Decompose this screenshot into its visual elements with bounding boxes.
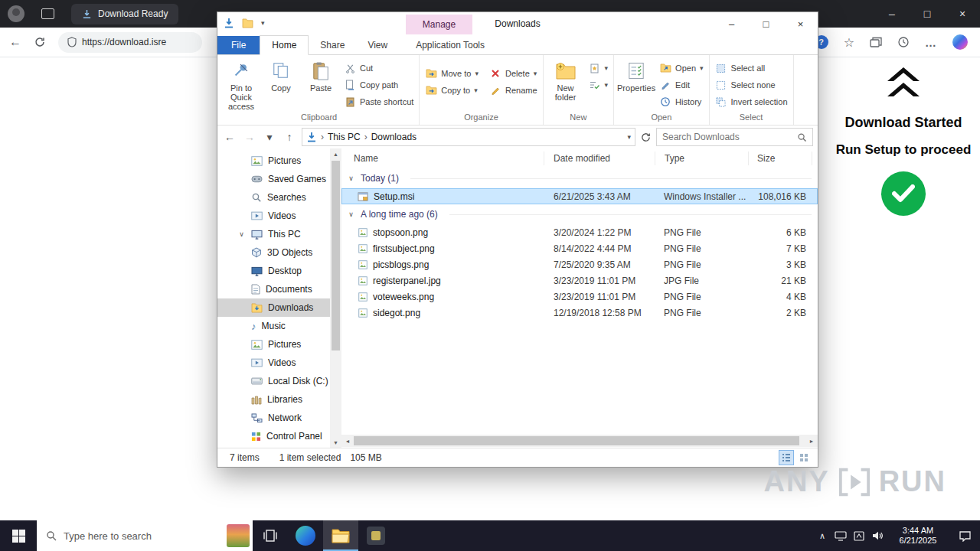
- group-header-today[interactable]: ∨ Today (1): [341, 168, 818, 188]
- favorites-icon[interactable]: ☆: [844, 35, 854, 50]
- nav-forward-button[interactable]: →: [242, 131, 257, 143]
- column-header-size[interactable]: Size: [749, 152, 812, 165]
- sidebar-item-pictures-2[interactable]: Pictures: [217, 335, 330, 354]
- sidebar-item-music[interactable]: ♪ Music: [217, 317, 330, 335]
- refresh-button[interactable]: [640, 132, 652, 143]
- file-row[interactable]: registerpanel.jpg 3/23/2019 11:01 PM JPG…: [341, 272, 818, 289]
- tab-home[interactable]: Home: [260, 35, 309, 55]
- sidebar-item-desktop[interactable]: Desktop: [217, 262, 330, 280]
- history-icon[interactable]: [897, 36, 910, 48]
- pin-to-quick-access-button[interactable]: Pin to Quick access: [221, 57, 261, 111]
- scrollbar-thumb[interactable]: [332, 161, 340, 350]
- horizontal-scrollbar[interactable]: ◄ ►: [341, 435, 818, 447]
- breadcrumb[interactable]: › This PC › Downloads ▾: [302, 128, 635, 146]
- easy-access-button[interactable]: ▾: [586, 77, 612, 93]
- browser-tab[interactable]: Download Ready: [71, 4, 178, 24]
- qat-folder-icon[interactable]: [242, 18, 253, 28]
- scroll-right-arrow[interactable]: ►: [805, 435, 818, 447]
- scroll-up-arrow[interactable]: ▲: [330, 148, 341, 159]
- scrollbar-thumb[interactable]: [354, 436, 799, 445]
- new-item-button[interactable]: ▾: [586, 60, 612, 77]
- profile-avatar[interactable]: [8, 5, 24, 22]
- browser-close-button[interactable]: ×: [945, 0, 980, 28]
- file-row[interactable]: stopsoon.png 3/20/2024 1:22 PM PNG File …: [341, 224, 818, 240]
- volume-tray-icon[interactable]: [868, 520, 887, 551]
- properties-button[interactable]: Properties: [616, 57, 656, 93]
- pinned-app-taskbar-button[interactable]: [358, 520, 394, 551]
- search-highlight-thumbnail[interactable]: [227, 524, 250, 547]
- sidebar-item-downloads[interactable]: Downloads: [217, 298, 330, 317]
- file-row[interactable]: sidegot.png 12/19/2018 12:58 PM PNG File…: [341, 305, 818, 321]
- tab-file[interactable]: File: [217, 36, 260, 54]
- scroll-down-arrow[interactable]: ▼: [330, 437, 341, 448]
- paste-shortcut-button[interactable]: Paste shortcut: [341, 93, 416, 110]
- breadcrumb-downloads[interactable]: Downloads: [371, 132, 416, 142]
- taskbar-clock[interactable]: 3:44 AM 6/21/2025: [887, 526, 949, 546]
- action-center-button[interactable]: [949, 520, 980, 551]
- group-header-long-time-ago[interactable]: ∨ A long time ago (6): [341, 204, 818, 224]
- browser-refresh-button[interactable]: [34, 36, 46, 48]
- file-row[interactable]: voteweeks.png 3/23/2019 11:01 PM PNG Fil…: [341, 289, 818, 305]
- window-icon[interactable]: [41, 8, 54, 19]
- sidebar-item-3d-objects[interactable]: 3D Objects: [217, 243, 330, 262]
- explorer-close-button[interactable]: ×: [783, 12, 818, 35]
- cut-button[interactable]: Cut: [341, 60, 416, 77]
- rename-button[interactable]: Rename: [486, 82, 541, 99]
- edge-taskbar-button[interactable]: [288, 520, 323, 551]
- copy-path-button[interactable]: Copy path: [341, 77, 416, 93]
- task-view-button[interactable]: [253, 520, 288, 551]
- column-header-date-modified[interactable]: Date modified: [544, 152, 655, 165]
- collections-icon[interactable]: [870, 37, 882, 47]
- select-all-button[interactable]: Select all: [712, 60, 791, 77]
- file-row[interactable]: picsblogs.png 7/25/2020 9:35 AM PNG File…: [341, 256, 818, 272]
- column-header-name[interactable]: Name: [341, 152, 544, 165]
- sidebar-item-network[interactable]: Network: [217, 409, 330, 427]
- thumbnail-view-button[interactable]: [796, 450, 812, 465]
- details-view-button[interactable]: [779, 450, 794, 465]
- breadcrumb-this-pc[interactable]: This PC: [328, 132, 361, 142]
- manage-contextual-label[interactable]: Manage: [406, 15, 472, 34]
- paste-button[interactable]: Paste: [301, 57, 341, 93]
- start-button[interactable]: [0, 520, 37, 551]
- history-button[interactable]: History: [656, 93, 706, 110]
- network-tray-icon[interactable]: [831, 520, 850, 551]
- sidebar-item-documents[interactable]: Documents: [217, 280, 330, 298]
- nav-back-button[interactable]: ←: [222, 131, 237, 143]
- file-row[interactable]: firstsubject.png 8/14/2022 4:44 PM PNG F…: [341, 240, 818, 256]
- tab-share[interactable]: Share: [309, 36, 356, 54]
- sidebar-item-pictures[interactable]: Pictures: [217, 152, 330, 170]
- file-explorer-taskbar-button[interactable]: [323, 520, 358, 551]
- sidebar-scrollbar[interactable]: ▲ ▼: [330, 148, 341, 448]
- tab-view[interactable]: View: [356, 36, 399, 54]
- browser-menu-icon[interactable]: …: [925, 36, 937, 49]
- explorer-maximize-button[interactable]: □: [749, 12, 783, 35]
- select-none-button[interactable]: Select none: [712, 77, 791, 93]
- sidebar-item-control-panel[interactable]: Control Panel: [217, 427, 330, 445]
- invert-selection-button[interactable]: Invert selection: [712, 93, 791, 110]
- column-header-type[interactable]: Type: [655, 152, 749, 165]
- language-tray-icon[interactable]: [850, 520, 868, 551]
- address-bar[interactable]: https://download.isre: [58, 32, 202, 53]
- file-row-setup-msi[interactable]: Setup.msi 6/21/2025 3:43 AM Windows Inst…: [341, 188, 818, 204]
- qat-caret-icon[interactable]: ▾: [261, 19, 265, 27]
- copilot-icon[interactable]: [952, 34, 968, 50]
- explorer-minimize-button[interactable]: –: [714, 12, 749, 35]
- search-input[interactable]: Search Downloads: [656, 128, 813, 146]
- nav-up-button[interactable]: ↑: [282, 131, 297, 143]
- tab-application-tools[interactable]: Application Tools: [411, 36, 489, 54]
- sidebar-item-saved-games[interactable]: Saved Games: [217, 170, 330, 188]
- new-folder-button[interactable]: New folder: [546, 57, 586, 102]
- scroll-left-arrow[interactable]: ◄: [341, 435, 354, 447]
- move-to-button[interactable]: Move to ▾: [422, 65, 482, 82]
- sidebar-item-videos-2[interactable]: Videos: [217, 354, 330, 372]
- sidebar-item-this-pc[interactable]: ∨ This PC: [217, 225, 330, 243]
- sidebar-item-videos[interactable]: Videos: [217, 207, 330, 225]
- browser-maximize-button[interactable]: □: [910, 0, 945, 28]
- copy-button[interactable]: Copy: [261, 57, 301, 93]
- copy-to-button[interactable]: Copy to ▾: [422, 82, 482, 99]
- sidebar-item-local-disk-c[interactable]: Local Disk (C:): [217, 372, 330, 390]
- taskbar-search-input[interactable]: Type here to search: [37, 520, 253, 551]
- browser-back-button[interactable]: ←: [9, 35, 21, 49]
- open-button[interactable]: Open ▾: [656, 60, 706, 77]
- delete-button[interactable]: Delete ▾: [486, 65, 541, 82]
